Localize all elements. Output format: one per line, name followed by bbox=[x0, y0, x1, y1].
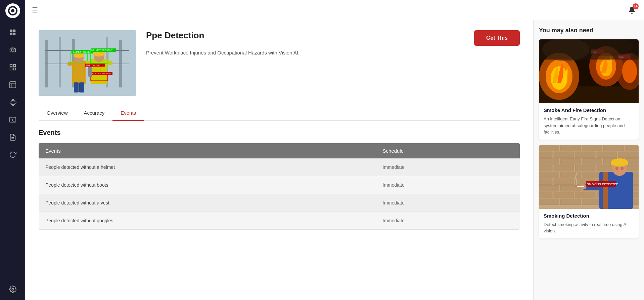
sidebar-bottom bbox=[5, 282, 20, 297]
smoking-image: SMOKING DETECTED bbox=[539, 145, 639, 209]
svg-rect-91 bbox=[575, 165, 595, 171]
svg-rect-94 bbox=[539, 172, 559, 178]
svg-rect-86 bbox=[582, 158, 602, 164]
svg-rect-76 bbox=[582, 145, 602, 151]
col-header-events: Events bbox=[39, 143, 376, 158]
tab-accuracy[interactable]: Accuracy bbox=[76, 106, 113, 121]
svg-rect-111 bbox=[575, 192, 595, 198]
svg-rect-80 bbox=[554, 152, 574, 158]
schedule-cell: Immediate bbox=[376, 176, 520, 194]
svg-rect-81 bbox=[575, 152, 595, 158]
svg-point-4 bbox=[11, 49, 14, 51]
event-cell: People detected without a vest bbox=[39, 194, 376, 212]
topbar-left: ☰ bbox=[32, 6, 38, 14]
sidebar-item-settings[interactable] bbox=[5, 282, 20, 297]
svg-rect-78 bbox=[625, 145, 639, 151]
sidebar-item-document[interactable] bbox=[5, 130, 20, 145]
svg-rect-7 bbox=[10, 68, 12, 70]
svg-rect-116 bbox=[582, 199, 602, 205]
svg-rect-84 bbox=[539, 158, 559, 164]
svg-rect-100 bbox=[554, 179, 574, 185]
svg-rect-52 bbox=[88, 67, 92, 77]
svg-text:OVERSHOE PRESENT: OVERSHOE PRESENT bbox=[91, 73, 111, 75]
event-cell: People detected without a helmet bbox=[39, 158, 376, 176]
svg-rect-96 bbox=[582, 172, 602, 178]
svg-point-124 bbox=[615, 167, 618, 170]
smoking-desc: Detect smoking activity in real time usi… bbox=[544, 221, 634, 234]
product-info: Ppe Detection Get This Prevent Workplace… bbox=[146, 30, 520, 96]
main-wrapper: ☰ 14 bbox=[25, 0, 644, 300]
svg-point-63 bbox=[622, 60, 637, 83]
event-cell: People detected without goggles bbox=[39, 212, 376, 230]
svg-text:HELMET PRESENT: HELMET PRESENT bbox=[91, 49, 113, 51]
svg-rect-90 bbox=[554, 165, 574, 171]
svg-rect-19 bbox=[59, 37, 61, 87]
content-area: HELMET PRESENT bbox=[25, 20, 644, 300]
svg-rect-2 bbox=[10, 33, 12, 35]
sidebar-item-apps[interactable] bbox=[5, 77, 20, 92]
svg-rect-9 bbox=[9, 82, 15, 88]
menu-icon[interactable]: ☰ bbox=[32, 6, 38, 14]
sidebar-item-dashboard[interactable] bbox=[5, 25, 20, 40]
table-header-row: Events Schedule bbox=[39, 143, 520, 158]
events-section: Events Events Schedule People detected w… bbox=[39, 129, 520, 230]
svg-rect-1 bbox=[13, 30, 15, 32]
schedule-cell: Immediate bbox=[376, 158, 520, 176]
sidebar-item-puzzle[interactable] bbox=[5, 95, 20, 110]
svg-rect-110 bbox=[554, 192, 574, 198]
get-this-button[interactable]: Get This bbox=[474, 30, 520, 46]
topbar-right: 14 bbox=[627, 5, 637, 15]
svg-rect-3 bbox=[13, 33, 15, 35]
sidebar-item-camera[interactable] bbox=[5, 42, 20, 57]
svg-rect-115 bbox=[560, 199, 581, 205]
product-image: HELMET PRESENT bbox=[39, 30, 136, 96]
svg-rect-30 bbox=[74, 55, 84, 57]
smoking-title: Smoking Detection bbox=[544, 213, 634, 219]
schedule-cell: Immediate bbox=[376, 212, 520, 230]
svg-rect-79 bbox=[539, 152, 552, 158]
smoke-fire-title: Smoke And Fire Detection bbox=[544, 107, 634, 113]
sidebar-nav bbox=[0, 25, 25, 282]
svg-rect-114 bbox=[539, 199, 559, 205]
svg-point-16 bbox=[12, 288, 14, 290]
sidebar-item-grid[interactable] bbox=[5, 60, 20, 75]
sidebar bbox=[0, 0, 25, 300]
svg-rect-123 bbox=[611, 162, 628, 165]
svg-rect-74 bbox=[539, 145, 559, 151]
svg-rect-82 bbox=[597, 152, 617, 158]
sidebar-item-terminal[interactable] bbox=[5, 112, 20, 127]
main-content: HELMET PRESENT bbox=[25, 20, 533, 300]
svg-rect-85 bbox=[560, 158, 581, 164]
topbar: ☰ 14 bbox=[25, 0, 644, 20]
related-card-smoke-fire[interactable]: Fire Fire Fire Smoke And Fire Detection … bbox=[539, 39, 639, 140]
smoke-fire-card-body: Smoke And Fire Detection An intelligent … bbox=[539, 103, 639, 140]
svg-rect-89 bbox=[539, 165, 552, 171]
tab-overview[interactable]: Overview bbox=[39, 106, 76, 121]
product-title: Ppe Detection bbox=[146, 30, 204, 41]
notification-bell[interactable]: 14 bbox=[627, 5, 637, 15]
svg-rect-75 bbox=[560, 145, 581, 151]
svg-rect-0 bbox=[10, 30, 12, 32]
sidebar-item-refresh[interactable] bbox=[5, 147, 20, 162]
related-card-smoking[interactable]: SMOKING DETECTED Smoking Detection Detec… bbox=[539, 145, 639, 238]
svg-rect-120 bbox=[603, 172, 608, 209]
tab-events[interactable]: Events bbox=[112, 106, 144, 121]
table-row: People detected without gogglesImmediate bbox=[39, 212, 520, 230]
table-row: People detected without a vestImmediate bbox=[39, 194, 520, 212]
product-description: Prevent Workplace Injuries and Occupatio… bbox=[146, 50, 520, 55]
product-header: HELMET PRESENT bbox=[39, 30, 520, 96]
smoke-fire-image: Fire Fire Fire bbox=[539, 39, 639, 103]
table-row: People detected without bootsImmediate bbox=[39, 176, 520, 194]
svg-text:SMOKING DETECTED: SMOKING DETECTED bbox=[587, 183, 618, 186]
svg-rect-77 bbox=[603, 145, 624, 151]
svg-rect-34 bbox=[74, 82, 79, 92]
svg-rect-5 bbox=[10, 65, 12, 67]
schedule-cell: Immediate bbox=[376, 194, 520, 212]
svg-point-125 bbox=[621, 167, 624, 170]
svg-rect-104 bbox=[539, 185, 559, 191]
svg-rect-8 bbox=[13, 68, 15, 70]
smoke-fire-desc: An intelligent Early Fire Signs Detectio… bbox=[544, 116, 634, 136]
notification-badge: 14 bbox=[633, 3, 639, 9]
table-row: People detected without a helmetImmediat… bbox=[39, 158, 520, 176]
smoking-card-body: Smoking Detection Detect smoking activit… bbox=[539, 209, 639, 238]
